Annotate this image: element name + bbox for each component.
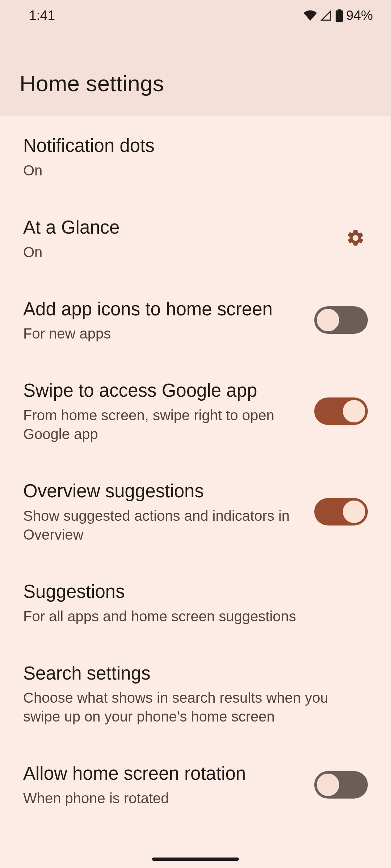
item-subtitle: On [23,243,330,261]
settings-list: Notification dots On At a Glance On Add … [0,116,391,826]
item-title: Overview suggestions [23,480,303,503]
item-allow-rotation[interactable]: Allow home screen rotation When phone is… [0,744,391,826]
page-title: Home settings [20,71,371,96]
item-title: Swipe to access Google app [23,379,303,402]
wifi-icon [303,10,317,21]
item-subtitle: For all apps and home screen suggestions [23,607,368,626]
battery-icon [335,9,343,22]
item-title: Allow home screen rotation [23,762,303,785]
item-notification-dots[interactable]: Notification dots On [0,116,391,198]
item-title: At a Glance [23,216,330,239]
item-suggestions[interactable]: Suggestions For all apps and home screen… [0,562,391,644]
item-add-app-icons[interactable]: Add app icons to home screen For new app… [0,280,391,361]
at-a-glance-settings-button[interactable] [341,224,370,253]
allow-rotation-toggle[interactable] [314,771,368,799]
status-bar: 1:41 94% [0,0,391,31]
battery-percent: 94% [346,8,373,23]
item-search-settings[interactable]: Search settings Choose what shows in sea… [0,644,391,744]
item-subtitle: For new apps [23,324,303,343]
item-overview-suggestions[interactable]: Overview suggestions Show suggested acti… [0,461,391,562]
overview-suggestions-toggle[interactable] [314,498,368,526]
item-subtitle: On [23,161,368,180]
item-subtitle: From home screen, swipe right to open Go… [23,406,303,443]
item-swipe-google-app[interactable]: Swipe to access Google app From home scr… [0,361,391,461]
item-title: Notification dots [23,134,368,157]
gesture-nav-bar[interactable] [152,858,239,861]
status-icons: 94% [303,8,373,23]
item-subtitle: When phone is rotated [23,789,303,808]
gear-icon [346,228,365,249]
item-title: Search settings [23,662,368,685]
item-subtitle: Show suggested actions and indicators in… [23,506,303,544]
item-subtitle: Choose what shows in search results when… [23,688,368,726]
add-app-icons-toggle[interactable] [314,306,368,334]
item-title: Add app icons to home screen [23,298,303,321]
status-time: 1:41 [29,8,55,23]
item-at-a-glance[interactable]: At a Glance On [0,198,391,280]
swipe-google-toggle[interactable] [314,397,368,425]
cell-signal-icon [320,10,332,21]
header: Home settings [0,31,391,116]
item-title: Suggestions [23,580,368,603]
